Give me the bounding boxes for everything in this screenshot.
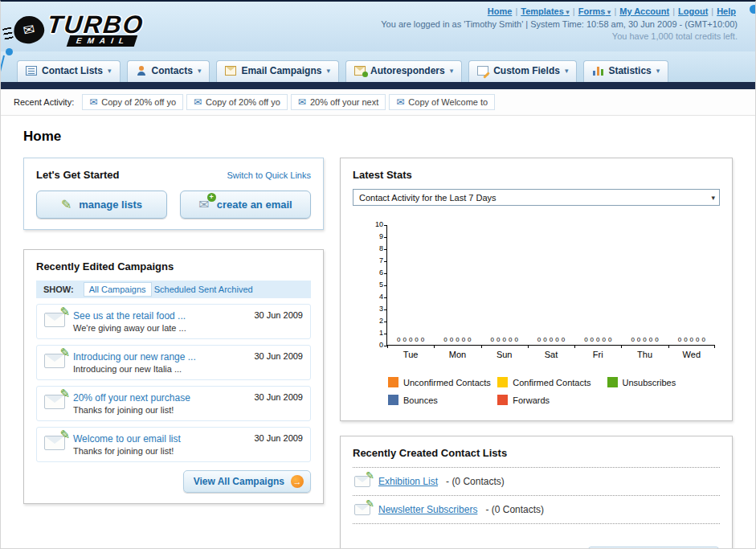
contact-lists-panel: Recently Created Contact Lists ✎Exhibiti… bbox=[340, 436, 733, 549]
top-link-help[interactable]: Help bbox=[717, 6, 736, 16]
legend-item: Bounces bbox=[388, 395, 497, 405]
nav-tab-email-campaigns[interactable]: Email Campaigns▾ bbox=[216, 60, 339, 82]
turbo-email-logo[interactable]: ✉ TURBO EMAIL bbox=[14, 5, 144, 51]
bar-value-label: 0 bbox=[637, 337, 640, 343]
contact-list-row[interactable]: ✎Exhibition List- (0 Contacts) bbox=[353, 468, 720, 496]
bar-value-label: 0 bbox=[397, 337, 400, 343]
bar-value-label: 0 bbox=[462, 337, 465, 343]
campaign-row[interactable]: ✎Welcome to our email listThanks for joi… bbox=[36, 427, 311, 462]
pencil-icon: ✎ bbox=[59, 346, 70, 360]
top-link-logout[interactable]: Logout bbox=[678, 6, 708, 16]
contacts-icon bbox=[136, 66, 147, 76]
recent-activity-item[interactable]: ✉Copy of 20% off yo bbox=[186, 94, 288, 110]
logo-text: TURBO EMAIL bbox=[47, 12, 144, 47]
main-nav: Contact Lists▾Contacts▾Email Campaigns▾A… bbox=[1, 51, 755, 82]
campaign-title-link[interactable]: 20% off your next purchase bbox=[73, 392, 246, 404]
contact-lists-list: ✎Exhibition List- (0 Contacts)✎Newslette… bbox=[353, 467, 720, 524]
campaign-row[interactable]: ✎See us at the retail food ...We're givi… bbox=[36, 304, 311, 339]
legend-label: Confirmed Contacts bbox=[513, 378, 590, 387]
recent-activity-item[interactable]: ✉Copy of Welcome to bbox=[389, 94, 495, 110]
campaigns-filter-all-campaigns[interactable]: All Campaigns bbox=[84, 282, 152, 297]
bar-value-label: 0 bbox=[497, 337, 500, 343]
nav-tab-custom-fields[interactable]: Custom Fields▾ bbox=[468, 60, 577, 82]
show-label: SHOW: bbox=[43, 285, 74, 294]
y-axis-tick-label: 0 bbox=[379, 342, 383, 349]
campaign-title-link[interactable]: Introducing our new range ... bbox=[73, 351, 246, 363]
create-email-button[interactable]: ✉+ create an email bbox=[180, 191, 311, 219]
logo-subtitle: EMAIL bbox=[67, 35, 138, 47]
top-nav: Home|Templates ▾|Forms ▾|My Account|Logo… bbox=[381, 6, 738, 16]
bar-value-label: 0 bbox=[468, 337, 471, 343]
campaign-text: 20% off your next purchaseThanks for joi… bbox=[73, 392, 246, 415]
nav-tab-label: Autoresponders bbox=[370, 65, 445, 76]
bar-value-label: 0 bbox=[509, 337, 512, 343]
chevron-down-icon: ▾ bbox=[326, 67, 330, 75]
bar-value-label: 0 bbox=[608, 337, 611, 343]
y-axis-tick-label: 6 bbox=[379, 269, 383, 277]
bar-value-label: 0 bbox=[550, 337, 553, 343]
manage-lists-label: manage lists bbox=[79, 199, 142, 211]
legend-label: Unconfirmed Contacts bbox=[403, 378, 491, 387]
chevron-down-icon: ▾ bbox=[565, 67, 569, 75]
campaign-title-link[interactable]: See us at the retail food ... bbox=[73, 310, 246, 322]
view-all-campaigns-button[interactable]: View All Campaigns → bbox=[183, 470, 311, 493]
x-axis-tick-label: Tue bbox=[387, 346, 434, 359]
legend-item: Forwards bbox=[497, 395, 607, 405]
chart-x-axis: TueMonSunSatFriThuWed bbox=[387, 346, 715, 359]
bar-group: 00000 bbox=[481, 337, 528, 345]
pencil-icon: ✎ bbox=[59, 387, 70, 401]
legend-swatch bbox=[497, 395, 508, 405]
campaign-date: 30 Jun 2009 bbox=[254, 392, 303, 402]
campaign-row[interactable]: ✎Introducing our new range ...Introducin… bbox=[36, 345, 311, 380]
legend-label: Forwards bbox=[513, 395, 550, 405]
latest-stats-panel: Latest Stats Contact Activity for the La… bbox=[340, 158, 733, 421]
contact-list-count: - (0 Contacts) bbox=[485, 504, 544, 515]
campaigns-filter-archived[interactable]: Archived bbox=[219, 285, 253, 294]
campaigns-filter-sent[interactable]: Sent bbox=[198, 285, 217, 294]
chart-legend: Unconfirmed ContactsConfirmed ContactsUn… bbox=[388, 377, 720, 405]
envelope-pencil-icon: ✎ bbox=[354, 504, 370, 515]
contact-list-row[interactable]: ✎Newsletter Subscribers- (0 Contacts) bbox=[353, 496, 720, 524]
bar-group: 00000 bbox=[387, 337, 434, 345]
contact-list-count: - (0 Contacts) bbox=[446, 476, 505, 487]
bar-group: 00000 bbox=[621, 337, 668, 345]
campaigns-panel: Recently Edited Campaigns SHOW: All Camp… bbox=[23, 249, 324, 504]
separator: | bbox=[515, 6, 517, 16]
separator: | bbox=[711, 6, 713, 16]
chevron-down-icon: ▾ bbox=[108, 67, 112, 75]
manage-lists-button[interactable]: ✎ manage lists bbox=[36, 191, 167, 219]
envelope-icon: ✉ bbox=[89, 96, 97, 108]
campaigns-filter-scheduled[interactable]: Scheduled bbox=[154, 285, 196, 294]
contact-list-link[interactable]: Exhibition List bbox=[378, 476, 438, 487]
campaign-subtitle: Thanks for joining our list! bbox=[73, 405, 246, 415]
campaigns-filter-strip: SHOW: All Campaigns Scheduled Sent Archi… bbox=[36, 281, 311, 298]
nav-tab-autoresponders[interactable]: Autoresponders▾ bbox=[345, 60, 462, 82]
pencil-icon: ✎ bbox=[366, 469, 374, 481]
top-link-forms[interactable]: Forms ▾ bbox=[578, 6, 611, 16]
top-link-templates[interactable]: Templates ▾ bbox=[521, 6, 570, 16]
campaigns-footer: View All Campaigns → bbox=[36, 470, 311, 493]
nav-tab-statistics[interactable]: Statistics▾ bbox=[583, 60, 668, 82]
campaign-row[interactable]: ✎20% off your next purchaseThanks for jo… bbox=[36, 386, 311, 421]
bar-value-label: 0 bbox=[443, 337, 447, 343]
top-link-my-account[interactable]: My Account bbox=[619, 6, 669, 16]
stats-period-dropdown[interactable]: Contact Activity for the Last 7 Days ▾ bbox=[353, 189, 720, 206]
pencil-icon: ✎ bbox=[366, 498, 374, 510]
nav-tab-contact-lists[interactable]: Contact Lists▾ bbox=[17, 60, 121, 82]
campaign-title-link[interactable]: Welcome to our email list bbox=[73, 433, 246, 445]
bar-value-label: 0 bbox=[409, 337, 412, 343]
envelope-pencil-icon: ✎ bbox=[44, 354, 65, 368]
legend-item: Confirmed Contacts bbox=[497, 377, 607, 387]
switch-quick-links-link[interactable]: Switch to Quick Links bbox=[227, 170, 311, 180]
recent-activity-item[interactable]: ✉20% off your next bbox=[291, 94, 386, 110]
recent-activity-item[interactable]: ✉Copy of 20% off yo bbox=[82, 94, 183, 110]
recent-activity-item-label: 20% off your next bbox=[310, 97, 378, 107]
envelope-plus-icon: ✉+ bbox=[198, 197, 209, 212]
bar-value-label: 0 bbox=[631, 337, 634, 343]
top-link-home[interactable]: Home bbox=[488, 6, 513, 16]
nav-tab-contacts[interactable]: Contacts▾ bbox=[127, 60, 210, 82]
campaigns-filter-tabs: All Campaigns Scheduled Sent Archived bbox=[84, 285, 253, 294]
contact-list-link[interactable]: Newsletter Subscribers bbox=[378, 504, 477, 515]
statistics-icon bbox=[592, 66, 603, 76]
legend-swatch bbox=[388, 395, 398, 405]
